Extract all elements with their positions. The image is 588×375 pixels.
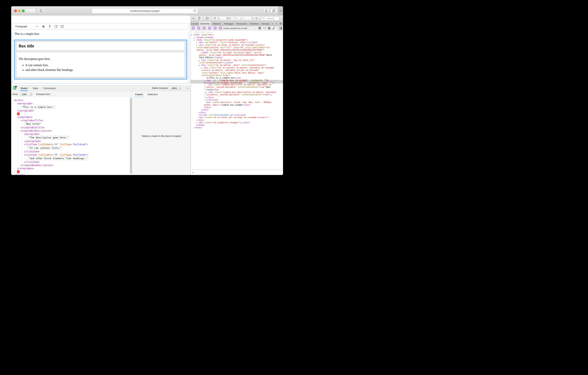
disclosure-closed-icon[interactable]: ▶ bbox=[206, 91, 207, 94]
back-button[interactable]: ‹ bbox=[25, 9, 31, 13]
dom-node-row[interactable]: ▼<section class="simple-box ck-widget ck… bbox=[191, 80, 283, 83]
tree-node[interactable]: </simpleBoxTitle> bbox=[13, 126, 130, 129]
tree-node[interactable]: <listItem listIndent="0" listType="bulle… bbox=[13, 153, 130, 156]
devtools-tab-resources[interactable]: Resources bbox=[235, 22, 248, 26]
tree-node[interactable]: "This is a simple box:" bbox=[13, 105, 130, 109]
close-window-button[interactable] bbox=[14, 10, 17, 12]
dom-node-row[interactable]: </section> bbox=[191, 99, 283, 101]
new-tab-button[interactable]: + bbox=[278, 6, 283, 15]
editor-instance-select[interactable]: editor bbox=[170, 86, 181, 90]
gear-icon[interactable] bbox=[279, 22, 282, 25]
minimize-window-button[interactable] bbox=[18, 10, 21, 12]
tree-node[interactable]: <$root> bbox=[13, 99, 130, 102]
devtools-tab-timelines[interactable]: Timelines bbox=[248, 22, 260, 26]
disclosure-open-icon[interactable]: ▼ bbox=[201, 67, 202, 69]
element-badge-icon[interactable]: E bbox=[203, 27, 206, 30]
element-badge-icon[interactable]: E bbox=[208, 27, 211, 30]
dom-node-row[interactable]: </html> bbox=[191, 126, 283, 129]
dom-node-row[interactable]: <p>This is a simple box:</p> bbox=[191, 77, 283, 79]
share-button[interactable] bbox=[263, 9, 269, 13]
description-list[interactable]: It can contain lists,and other block ele… bbox=[19, 64, 183, 72]
tree-node[interactable]: ] bbox=[13, 170, 130, 173]
devtools-tab-network[interactable]: Network bbox=[211, 22, 222, 26]
tree-node[interactable]: </listItem> bbox=[13, 150, 130, 153]
simple-box-description[interactable]: The description goes here. It can contai… bbox=[17, 52, 185, 77]
dom-node-row[interactable]: </div> bbox=[191, 111, 283, 114]
tree-node[interactable]: "and other block elements like headings.… bbox=[13, 156, 130, 160]
simple-box-widget[interactable]: Box title The description goes here. It … bbox=[14, 40, 187, 79]
dom-node-row[interactable]: ▼<div class="ck ck-reset ck-editor ck-ro… bbox=[191, 44, 283, 51]
tree-node[interactable]: </simpleBoxDescription> bbox=[13, 164, 130, 167]
dom-node-row[interactable]: <script src="dist/bundle.js"></script> bbox=[191, 114, 283, 116]
editor-paragraph[interactable]: This is a simple box: bbox=[12, 32, 189, 36]
tree-node[interactable]: </$root> bbox=[13, 173, 130, 175]
element-picker-button[interactable] bbox=[253, 16, 260, 21]
dom-node-row[interactable]: <!DOCTYPE html> bbox=[191, 31, 283, 33]
dom-node-row[interactable]: ▶<head>…</head> bbox=[191, 36, 283, 39]
tab-inspect[interactable]: Inspect bbox=[135, 91, 143, 98]
bold-button[interactable]: B bbox=[40, 23, 47, 29]
element-badge-icon[interactable]: E bbox=[197, 27, 200, 30]
tree-node[interactable]: "Box title" bbox=[13, 122, 130, 126]
tab-commands[interactable]: Commands bbox=[43, 85, 56, 91]
editor-editable-area[interactable]: This is a simple box: Box title The desc… bbox=[12, 32, 189, 83]
tree-node[interactable]: </paragraph> bbox=[13, 109, 130, 112]
tab-selection[interactable]: Selection bbox=[147, 91, 158, 98]
collapse-inspector-icon[interactable] bbox=[186, 88, 189, 89]
tree-node[interactable]: <paragraph> bbox=[13, 102, 130, 105]
list-item[interactable]: and other block elements like headings. bbox=[26, 68, 183, 72]
close-devtools-icon[interactable]: × bbox=[192, 17, 195, 20]
tab-overflow-icon[interactable]: » bbox=[272, 22, 273, 25]
quick-console[interactable]: > bbox=[191, 170, 283, 175]
print-icon[interactable] bbox=[258, 27, 261, 30]
dom-node-row[interactable]: ▶<div class="ck-inspector-wrapper">…</di… bbox=[191, 121, 283, 124]
devtools-tab-elements[interactable]: Elements bbox=[199, 22, 211, 26]
paragraph-dropdown[interactable]: Paragraph bbox=[12, 25, 39, 28]
root-select[interactable]: main bbox=[20, 92, 32, 96]
tab-overview-button[interactable] bbox=[270, 9, 277, 13]
tree-node[interactable]: </paragraph> bbox=[13, 140, 130, 143]
grid-layout-icon[interactable] bbox=[268, 27, 271, 30]
dom-node-row[interactable]: </div> bbox=[191, 106, 283, 109]
zoom-window-button[interactable] bbox=[22, 10, 24, 12]
italic-button[interactable]: I bbox=[47, 23, 53, 29]
address-bar[interactable]: localhost/creating-a-plugin/ bbox=[92, 8, 198, 13]
dom-node-row[interactable]: ▼<div class="ck ck-content ck-editor__ed… bbox=[191, 66, 283, 77]
compact-text-checkbox[interactable] bbox=[52, 93, 55, 96]
tree-node[interactable]: <listItem listIndent="0" listType="bulle… bbox=[13, 143, 130, 146]
dom-node-row[interactable]: <div class="ck ck-reset_all ck-body ck-r… bbox=[191, 116, 283, 121]
add-tab-icon[interactable]: + bbox=[276, 22, 277, 25]
dom-node-row[interactable]: ▶<div class="simple-box-description ck-e… bbox=[191, 91, 283, 99]
forward-button[interactable]: › bbox=[31, 9, 36, 13]
numbered-list-button[interactable]: 12 bbox=[53, 23, 59, 29]
dom-node-row[interactable]: </body> bbox=[191, 124, 283, 126]
disclosure-open-icon[interactable]: ▼ bbox=[196, 44, 197, 47]
disclosure-open-icon[interactable]: ▼ bbox=[204, 81, 205, 83]
dom-node-row[interactable]: ▶<div class="ck ck-editor__top ck-reset_… bbox=[191, 59, 283, 64]
sidebar-button[interactable] bbox=[38, 9, 44, 13]
reload-page-button[interactable] bbox=[212, 16, 218, 21]
tree-node[interactable]: "The description goes here." bbox=[13, 136, 130, 140]
bulleted-list-button[interactable] bbox=[59, 23, 65, 29]
tree-node[interactable]: </simpleBox> bbox=[13, 167, 130, 170]
dock-bottom-button[interactable] bbox=[204, 16, 210, 21]
tree-node[interactable]: <simpleBoxDescription> bbox=[13, 129, 130, 132]
tree-scrollbar[interactable] bbox=[130, 97, 132, 175]
dom-node-row[interactable]: ▼<div class="ck ck-editor__main" role="p… bbox=[191, 64, 283, 66]
list-item[interactable]: It can contain lists, bbox=[26, 64, 183, 67]
styles-brush-icon[interactable] bbox=[273, 27, 275, 30]
disclosure-closed-icon[interactable]: ▶ bbox=[199, 59, 200, 62]
devtools-tab-storage[interactable]: Storage bbox=[260, 22, 271, 26]
scrollbar-thumb[interactable] bbox=[130, 98, 132, 174]
tab-view[interactable]: View bbox=[32, 85, 38, 91]
element-badge-icon[interactable]: E bbox=[219, 27, 222, 30]
dom-node-row[interactable]: <label class="ck ck-label ck-voice-label… bbox=[191, 51, 283, 59]
dock-window-button[interactable] bbox=[196, 16, 202, 21]
tree-node[interactable]: <simpleBox> bbox=[13, 115, 130, 119]
simple-box-title[interactable]: Box title bbox=[17, 42, 185, 50]
dom-node-row[interactable]: ▼<body class="ck-inspector-body-expanded… bbox=[191, 39, 283, 41]
dom-node-row[interactable]: ▼<html lang="en"> bbox=[191, 33, 283, 36]
element-badge-icon[interactable]: E bbox=[192, 27, 195, 30]
tree-node[interactable]: "It can contain lists," bbox=[13, 146, 130, 150]
dom-node-row[interactable]: <h1 class="simple-box-title ck-editor__e… bbox=[191, 83, 283, 91]
